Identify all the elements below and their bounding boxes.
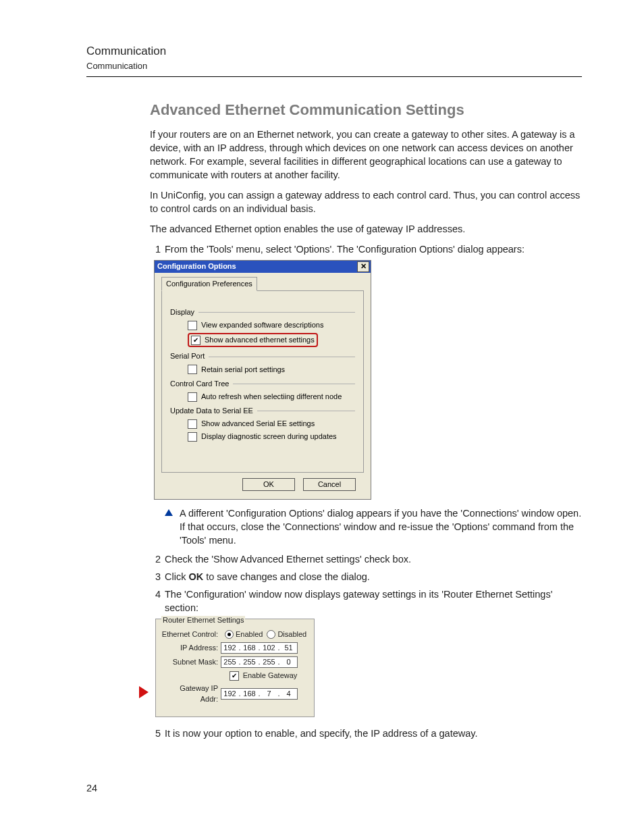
ip-octet[interactable]: 168 [241,643,258,653]
gateway-ip-label: Gateway IP Addr: [161,683,218,704]
group-label-tree: Control Card Tree [170,379,229,389]
ip-octet[interactable]: 255 [221,657,238,667]
tab-configuration-preferences[interactable]: Configuration Preferences [161,277,257,291]
step-text: The 'Configuration' window now displays … [165,588,582,615]
checkbox-show-adv-ee[interactable] [188,419,197,429]
note: A different 'Configuration Options' dial… [165,506,582,547]
step-2: 2 Check the 'Show Advanced Ethernet sett… [150,552,582,566]
header-subtitle: Communication [86,60,582,72]
ip-octet[interactable]: 255 [261,657,277,667]
cancel-button[interactable]: Cancel [303,478,356,491]
group-label-display: Display [170,307,194,317]
close-icon[interactable]: ✕ [357,261,369,272]
ip-octet[interactable]: 168 [241,689,258,699]
page-number: 24 [86,781,97,795]
ip-octet[interactable]: 192 [221,689,238,699]
radio-disabled-label: Disabled [277,629,306,640]
ip-octet[interactable]: 0 [280,657,297,667]
step-text-pre: Click [165,571,188,582]
radio-disabled[interactable] [267,630,275,639]
gateway-ip-input[interactable]: 192. 168. 7. 4 [221,688,298,700]
paragraph: In UniConfig, you can assign a gateway a… [150,188,582,215]
ok-button[interactable]: OK [242,478,295,491]
subnet-mask-label: Subnet Mask: [161,657,218,667]
configuration-options-dialog: Configuration Options ✕ Configuration Pr… [154,260,371,500]
step-text: Click OK to save changes and close the d… [165,570,582,583]
ip-address-label: IP Address: [161,643,218,653]
checkbox-label: Retain serial port settings [201,365,285,375]
tab-page: Display View expanded software descripti… [161,290,364,473]
checkbox-view-expanded[interactable] [188,321,197,330]
radio-enabled[interactable] [225,630,234,639]
ethernet-control-label: Ethernet Control: [161,629,218,640]
checkbox-retain-serial[interactable] [188,365,197,374]
checkbox-label: Show advanced Serial EE settings [201,419,315,429]
ip-address-input[interactable]: 192. 168. 102. 51 [221,642,298,654]
ip-octet[interactable]: 102 [261,643,277,653]
step-text: From the 'Tools' menu, select 'Options'.… [165,242,582,256]
step-1: 1 From the 'Tools' menu, select 'Options… [150,242,582,256]
step-text: Check the 'Show Advanced Ethernet settin… [165,552,582,566]
step-number: 2 [150,552,161,566]
paragraph: The advanced Ethernet option enables the… [150,222,582,236]
checkbox-display-diag[interactable] [188,432,197,442]
dialog-title: Configuration Options [157,261,236,271]
radio-enabled-label: Enabled [236,629,263,640]
ip-octet[interactable]: 192 [221,643,238,653]
triangle-up-icon [165,509,173,516]
ip-octet[interactable]: 51 [280,643,297,653]
note-text: A different 'Configuration Options' dial… [180,506,582,547]
ip-octet[interactable]: 7 [261,689,277,699]
triangle-right-icon [139,686,149,698]
step-number: 3 [150,570,161,583]
step-number: 5 [150,727,161,740]
group-label-serial: Serial Port [170,351,205,361]
highlight-show-advanced-ethernet: Show advanced ethernet settings [188,333,318,347]
checkbox-enable-gateway[interactable] [230,671,239,681]
enable-gateway-label: Enable Gateway [243,671,298,681]
group-label-update: Update Data to Serial EE [170,406,253,416]
checkbox-label: Display diagnostic screen during updates [201,432,337,442]
step-text: It is now your option to enable, and spe… [165,727,582,740]
header-title: Communication [86,43,582,59]
step-4: 4 The 'Configuration' window now display… [150,588,582,615]
ip-octet[interactable]: 4 [280,689,297,699]
step-number: 4 [150,588,161,615]
step-text-post: to save changes and close the dialog. [203,571,370,582]
paragraph: If your routers are on an Ethernet netwo… [150,128,582,182]
router-ethernet-settings-panel: Router Ethernet Settings Ethernet Contro… [155,619,315,717]
section-heading: Advanced Ethernet Communication Settings [150,100,582,120]
step-number: 1 [150,242,161,256]
checkbox-label: Auto refresh when selectiing different n… [201,392,342,402]
router-ethernet-settings-wrapper: Router Ethernet Settings Ethernet Contro… [150,619,582,717]
page-content: Advanced Ethernet Communication Settings… [150,100,582,739]
ip-octet[interactable]: 255 [241,657,258,667]
checkbox-label: View expanded software descriptions [201,320,323,330]
checkbox-label: Show advanced ethernet settings [205,335,315,345]
checkbox-auto-refresh[interactable] [188,392,197,402]
page-header: Communication Communication [86,43,582,77]
header-rule [86,76,582,77]
panel-legend: Router Ethernet Settings [161,616,245,624]
step-text-bold: OK [188,571,203,582]
checkbox-show-advanced-ethernet[interactable] [191,336,200,345]
step-3: 3 Click OK to save changes and close the… [150,570,582,583]
subnet-mask-input[interactable]: 255. 255. 255. 0 [221,656,298,668]
dialog-titlebar: Configuration Options ✕ [155,261,371,273]
step-5: 5 It is now your option to enable, and s… [150,727,582,740]
